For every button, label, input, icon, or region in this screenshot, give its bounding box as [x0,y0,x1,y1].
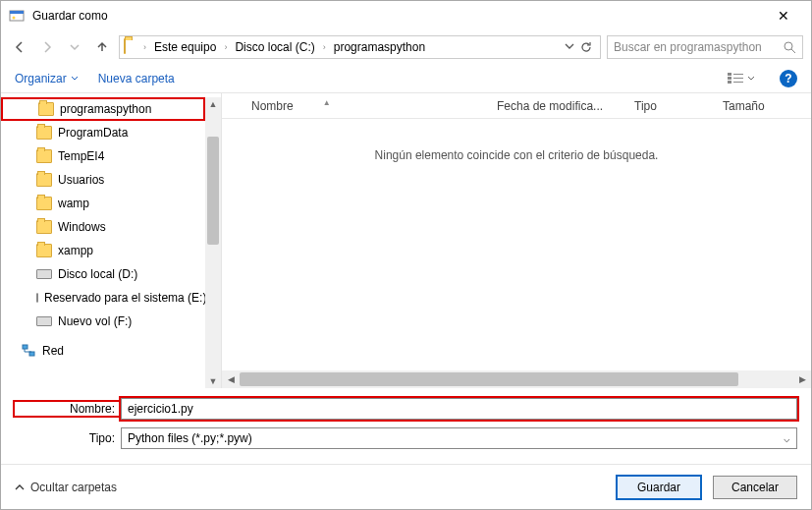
cancelar-button[interactable]: Cancelar [713,476,797,499]
organizar-label: Organizar [15,72,67,85]
col-tipo[interactable]: Tipo [624,99,713,113]
drive-icon [36,316,52,326]
search-icon [784,41,796,54]
tree-item-tempei4[interactable]: TempEI4 [1,144,205,168]
tree-label: Usuarios [58,173,104,187]
nombre-value: ejercicio1.py [128,402,193,416]
forward-button[interactable] [36,36,58,58]
organizar-button[interactable]: Organizar [15,72,79,85]
folder-icon [36,197,52,210]
crumb-este-equipo[interactable]: Este equipo [150,38,220,56]
empty-message: Ningún elemento coincide con el criterio… [222,119,811,370]
nombre-input[interactable]: ejercicio1.py [121,398,797,420]
refresh-icon[interactable] [580,41,592,53]
nombre-row: Nombre: ejercicio1.py [15,398,797,420]
col-nombre[interactable]: Nombre▲ [242,99,487,113]
tree-item-programdata[interactable]: ProgramData [1,121,205,144]
folder-icon [36,220,52,234]
scroll-left-icon[interactable]: ◀ [222,374,240,384]
network-icon [21,343,36,359]
tree-label: programaspython [60,102,151,116]
folder-icon [36,149,52,163]
guardar-button[interactable]: Guardar [617,476,701,499]
scroll-thumb[interactable] [240,372,738,386]
drive-icon [36,293,38,303]
crumb-programaspython[interactable]: programaspython [330,38,429,56]
tree-label: ProgramData [58,126,128,140]
svg-point-3 [785,42,792,50]
svg-rect-8 [733,74,743,75]
tipo-select[interactable]: Python files (*.py;*.pyw) [121,427,797,449]
tree-item-windows[interactable]: Windows [1,215,205,239]
tree-label: wamp [58,197,89,210]
scroll-thumb[interactable] [207,137,219,245]
tree-item-disco-f[interactable]: Nuevo vol (F:) [1,310,205,333]
toolbar: Organizar Nueva carpeta ? [1,64,811,93]
form-area: Nombre: ejercicio1.py Tipo: Python files… [1,388,811,463]
col-tamano[interactable]: Tamaño [713,99,791,113]
tree-item-red[interactable]: Red [1,339,205,363]
svg-point-2 [13,17,16,20]
svg-rect-5 [728,73,731,76]
scroll-up-icon[interactable]: ▲ [205,99,221,109]
folder-icon [36,173,52,187]
view-mode-button[interactable] [723,70,760,87]
horizontal-scrollbar[interactable]: ◀ ▶ [222,370,811,388]
tree-item-usuarios[interactable]: Usuarios [1,168,205,192]
tipo-label: Tipo: [15,431,121,445]
up-button[interactable] [91,36,113,58]
chevron-right-icon: › [224,42,227,52]
close-button[interactable]: ✕ [764,8,803,24]
tree-item-disco-d[interactable]: Disco local (D:) [1,262,205,286]
svg-rect-11 [23,345,27,349]
tree-label: xampp [58,244,93,257]
folder-icon [36,126,52,140]
window-title: Guardar como [32,9,764,23]
svg-rect-12 [29,352,34,356]
tree-item-programaspython[interactable]: programaspython [1,97,205,121]
folder-icon [124,39,139,55]
recent-dropdown[interactable] [64,36,85,58]
column-headers[interactable]: Nombre▲ Fecha de modifica... Tipo Tamaño [222,93,811,119]
tree-label: Windows [58,220,106,234]
tree-label: Red [42,344,64,358]
tree-scrollbar[interactable]: ▲ ▼ [205,97,221,388]
scroll-down-icon[interactable]: ▼ [205,376,221,386]
svg-line-4 [791,49,795,53]
tree-item-wamp[interactable]: wamp [1,192,205,215]
svg-rect-7 [728,81,731,84]
tree-item-disco-e[interactable]: Reservado para el sistema (E:) [1,286,205,310]
tipo-row: Tipo: Python files (*.py;*.pyw) [15,427,797,449]
ocultar-carpetas-button[interactable]: Ocultar carpetas [15,481,117,494]
app-icon [9,8,25,24]
breadcrumb[interactable]: › Este equipo › Disco local (C:) › progr… [119,35,601,59]
tree-label: Reservado para el sistema (E:) [44,291,206,305]
search-input[interactable]: Buscar en programaspython [607,35,803,59]
folder-tree[interactable]: ▲ ▼ programaspython ProgramData TempEI4 … [1,93,222,388]
chevron-down-icon [71,75,79,83]
back-button[interactable] [9,36,30,58]
view-icon [728,73,743,85]
tree-label: TempEI4 [58,149,104,163]
chevron-right-icon: › [143,42,146,52]
file-list-pane: Nombre▲ Fecha de modifica... Tipo Tamaño… [222,93,811,388]
tree-label: Disco local (D:) [58,267,137,281]
tipo-value: Python files (*.py;*.pyw) [128,431,252,445]
folder-icon [38,102,54,116]
main-area: ▲ ▼ programaspython ProgramData TempEI4 … [1,93,811,388]
breadcrumb-dropdown-icon[interactable] [565,41,574,53]
tree-item-xampp[interactable]: xampp [1,239,205,262]
title-bar: Guardar como ✕ [1,1,811,30]
nombre-label: Nombre: [15,402,121,416]
svg-rect-9 [733,78,743,79]
col-fecha[interactable]: Fecha de modifica... [487,99,624,113]
drive-icon [36,269,52,279]
nueva-carpeta-button[interactable]: Nueva carpeta [98,72,175,85]
crumb-disco-c[interactable]: Disco local (C:) [231,38,318,56]
help-button[interactable]: ? [780,70,797,87]
chevron-right-icon: › [323,42,326,52]
chevron-down-icon [747,75,755,83]
scroll-right-icon[interactable]: ▶ [793,374,811,384]
sort-asc-icon: ▲ [323,98,331,112]
folder-icon [36,244,52,257]
